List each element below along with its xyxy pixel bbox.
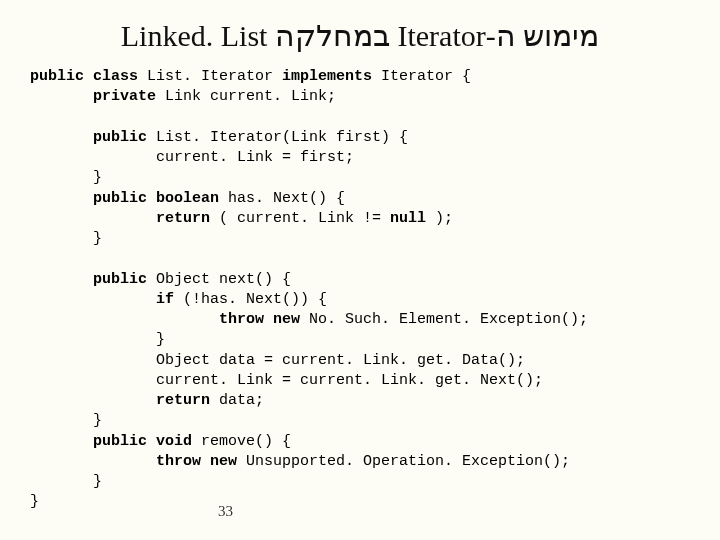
t: [30, 453, 156, 470]
t: Iterator {: [372, 68, 471, 85]
t: No. Such. Element. Exception();: [300, 311, 588, 328]
slide-title: מימוש ה-Iterator במחלקה Linked. List: [30, 18, 690, 53]
t: [30, 210, 156, 227]
code-line: }: [30, 331, 165, 348]
kw: return: [156, 392, 210, 409]
code-line: current. Link = current. Link. get. Next…: [30, 372, 543, 389]
kw: public: [93, 129, 147, 146]
t: [30, 311, 219, 328]
t: [30, 88, 93, 105]
code-line: return ( current. Link != null );: [30, 210, 453, 227]
t: [30, 392, 156, 409]
kw: implements: [282, 68, 372, 85]
kw: public class: [30, 68, 138, 85]
t: List. Iterator: [138, 68, 282, 85]
t: [30, 271, 93, 288]
code-line: }: [30, 493, 39, 510]
kw: public boolean: [93, 190, 219, 207]
code-line: public List. Iterator(Link first) {: [30, 129, 408, 146]
code-line: public Object next() {: [30, 271, 291, 288]
code-line: public void remove() {: [30, 433, 291, 450]
code-line: current. Link = first;: [30, 149, 354, 166]
page-number: 33: [218, 503, 233, 520]
code-line: }: [30, 230, 102, 247]
code-line: public boolean has. Next() {: [30, 190, 345, 207]
code-line: }: [30, 169, 102, 186]
t: );: [426, 210, 453, 227]
t: [30, 190, 93, 207]
kw: if: [156, 291, 174, 308]
code-line: return data;: [30, 392, 264, 409]
code-block: public class List. Iterator implements I…: [30, 67, 690, 513]
kw: throw new: [156, 453, 237, 470]
t: (!has. Next()) {: [174, 291, 327, 308]
t: ( current. Link !=: [210, 210, 390, 227]
kw: null: [390, 210, 426, 227]
code-line: if (!has. Next()) {: [30, 291, 327, 308]
t: remove() {: [192, 433, 291, 450]
t: data;: [210, 392, 264, 409]
code-line: private Link current. Link;: [30, 88, 336, 105]
code-line: Object data = current. Link. get. Data()…: [30, 352, 525, 369]
t: Link current. Link;: [156, 88, 336, 105]
t: [30, 291, 156, 308]
slide: מימוש ה-Iterator במחלקה Linked. List pub…: [0, 0, 720, 540]
t: [30, 129, 93, 146]
code-line: throw new Unsupported. Operation. Except…: [30, 453, 570, 470]
kw: private: [93, 88, 156, 105]
code-line: }: [30, 473, 102, 490]
code-line: public class List. Iterator implements I…: [30, 68, 471, 85]
t: [30, 433, 93, 450]
t: has. Next() {: [219, 190, 345, 207]
code-line: }: [30, 412, 102, 429]
code-line: throw new No. Such. Element. Exception()…: [30, 311, 588, 328]
kw: return: [156, 210, 210, 227]
t: Unsupported. Operation. Exception();: [237, 453, 570, 470]
kw: throw new: [219, 311, 300, 328]
kw: public: [93, 271, 147, 288]
t: List. Iterator(Link first) {: [147, 129, 408, 146]
t: Object next() {: [147, 271, 291, 288]
kw: public void: [93, 433, 192, 450]
